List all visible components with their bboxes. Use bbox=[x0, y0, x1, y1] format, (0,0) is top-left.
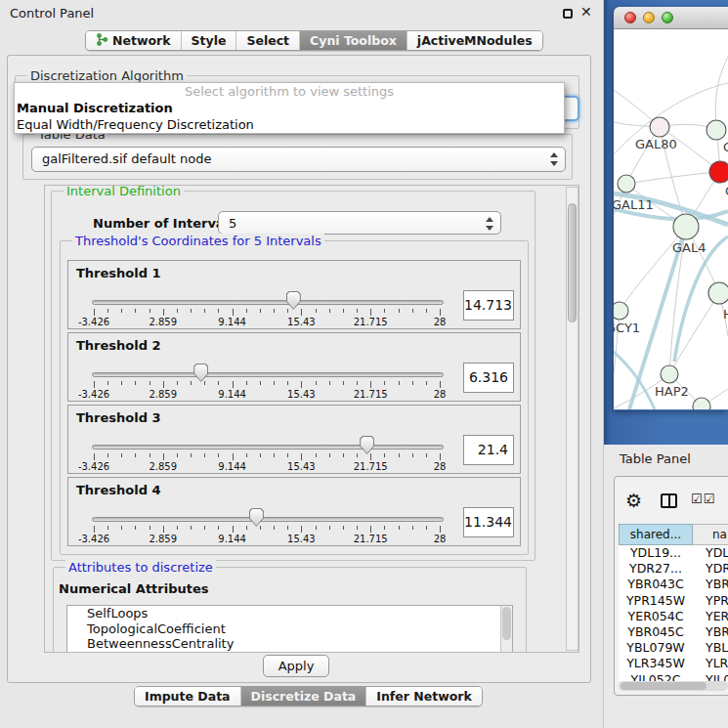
threshold-2-slider-thumb[interactable] bbox=[193, 364, 208, 382]
table-row[interactable]: YIL052CYIL0 bbox=[619, 672, 728, 682]
network-window-titlebar[interactable] bbox=[614, 7, 728, 29]
updown-arrows-icon bbox=[485, 216, 493, 232]
network-node-gal80[interactable] bbox=[650, 117, 669, 137]
tick-label: 9.144 bbox=[211, 389, 254, 400]
tick-mark bbox=[150, 526, 150, 530]
tick-mark bbox=[329, 453, 330, 457]
group-title: Attributes to discretize bbox=[65, 560, 216, 575]
attribute-item-betweennesscentrality[interactable]: BetweennessCentrality bbox=[67, 636, 512, 652]
tick-mark bbox=[399, 381, 400, 385]
zoom-window-icon[interactable] bbox=[662, 12, 673, 23]
network-node-gal4[interactable] bbox=[673, 214, 699, 239]
network-node-g[interactable] bbox=[707, 120, 726, 140]
checkbox-icons[interactable]: ☑☑ bbox=[691, 492, 715, 506]
threshold-1-value-input[interactable]: 14.713 bbox=[463, 290, 514, 321]
column-header-shared-name[interactable]: shared... bbox=[619, 524, 693, 545]
threshold-1-slider-track[interactable] bbox=[92, 300, 444, 305]
tick-mark bbox=[370, 453, 371, 460]
threshold-2-slider-track[interactable] bbox=[92, 372, 444, 377]
threshold-3-slider-track[interactable] bbox=[92, 445, 444, 450]
close-icon[interactable]: ✕ bbox=[580, 4, 592, 20]
tab-jactivemnodules[interactable]: jActiveMNodules bbox=[407, 31, 542, 50]
popup-item-manual-discretization[interactable]: Manual Discretization bbox=[15, 100, 564, 116]
threshold-3-slider-thumb[interactable] bbox=[360, 436, 374, 454]
column-header-name[interactable]: na bbox=[693, 524, 728, 545]
network-node-hap2[interactable] bbox=[661, 365, 678, 383]
popup-item-equal-width-frequency[interactable]: Equal Width/Frequency Discretization bbox=[15, 116, 564, 133]
panel-title: Control Panel bbox=[10, 6, 94, 21]
tick-mark bbox=[218, 453, 219, 457]
list-scrollbar[interactable] bbox=[500, 606, 512, 653]
table-row[interactable]: YLR345WYLR3 bbox=[619, 656, 728, 671]
table-row[interactable]: YBR045CYBR0 bbox=[619, 624, 728, 640]
scrollbar-thumb[interactable] bbox=[568, 203, 577, 322]
tick-mark bbox=[94, 453, 95, 460]
tick-mark bbox=[218, 526, 219, 530]
threshold-4-slider-track[interactable] bbox=[92, 517, 444, 522]
table-hscrollbar[interactable] bbox=[619, 681, 728, 691]
tab-cyni-toolbox[interactable]: Cyni Toolbox bbox=[299, 31, 407, 50]
cell-shared-name: YBL079W bbox=[619, 640, 693, 656]
network-node-gcy1[interactable] bbox=[614, 302, 628, 320]
network-canvas[interactable]: GAL80GCGAL11GAL4GCY1HHAP2 bbox=[614, 29, 728, 409]
updown-arrows-icon bbox=[549, 151, 558, 167]
tab-discretize-data[interactable]: Discretize Data bbox=[240, 687, 366, 706]
tab-style[interactable]: Style bbox=[181, 31, 236, 50]
tick-mark bbox=[287, 309, 288, 313]
close-window-icon[interactable] bbox=[624, 12, 636, 23]
tick-label: -3.426 bbox=[72, 389, 115, 400]
threshold-1-slider-thumb[interactable] bbox=[286, 291, 301, 310]
table-row[interactable]: YDR27...YDR2 bbox=[619, 561, 728, 577]
tick-mark bbox=[260, 526, 261, 530]
threshold-4-slider-thumb[interactable] bbox=[249, 508, 264, 527]
tick-mark bbox=[233, 309, 234, 316]
tab-impute-data[interactable]: Impute Data bbox=[135, 687, 240, 706]
threshold-1-label: Threshold 1 bbox=[76, 266, 161, 280]
threshold-list: Threshold 1-3.4262.8599.14415.4321.71528… bbox=[67, 260, 521, 549]
tick-mark bbox=[412, 526, 413, 530]
tick-mark bbox=[343, 453, 344, 457]
tick-mark bbox=[246, 309, 247, 313]
network-node-gal11[interactable] bbox=[618, 175, 635, 193]
table-row[interactable]: YBL079WYBL0 bbox=[619, 640, 728, 656]
tick-label: -3.426 bbox=[72, 534, 115, 544]
number-of-intervals-spinner[interactable]: 5 bbox=[218, 211, 501, 235]
table-row[interactable]: YER054CYER0 bbox=[619, 609, 728, 624]
tab-label: Network bbox=[112, 33, 171, 48]
tick-mark bbox=[301, 309, 302, 316]
threshold-4-value-input[interactable]: 11.344 bbox=[463, 507, 514, 537]
tick-mark bbox=[94, 526, 95, 533]
tick-mark bbox=[135, 453, 136, 457]
tab-label: jActiveMNodules bbox=[417, 33, 533, 48]
tab-infer-network[interactable]: Infer Network bbox=[365, 687, 482, 706]
float-panel-icon[interactable] bbox=[563, 9, 573, 19]
network-node-c[interactable] bbox=[709, 161, 728, 183]
column-split-icon[interactable] bbox=[661, 493, 677, 508]
tick-mark bbox=[370, 526, 371, 533]
table-row[interactable]: YDL19...YDL1 bbox=[619, 545, 728, 561]
network-node-h[interactable] bbox=[708, 282, 728, 304]
apply-button[interactable]: Apply bbox=[263, 655, 329, 677]
threshold-3-value-input[interactable]: 21.4 bbox=[463, 435, 514, 465]
table-data-combobox[interactable]: galFiltered.sif default node bbox=[31, 147, 566, 172]
tick-mark bbox=[329, 526, 330, 530]
minimize-window-icon[interactable] bbox=[643, 12, 655, 23]
gear-icon[interactable]: ⚙ bbox=[625, 490, 642, 511]
attribute-item-selfloops[interactable]: SelfLoops bbox=[67, 606, 512, 621]
table-row[interactable]: YBR043CYBR0 bbox=[619, 577, 728, 592]
tab-select[interactable]: Select bbox=[236, 31, 299, 50]
tick-mark bbox=[384, 381, 385, 385]
network-edge[interactable] bbox=[669, 293, 719, 374]
settings-scrollbar[interactable] bbox=[566, 187, 578, 651]
attribute-item-topologicalcoefficient[interactable]: TopologicalCoefficient bbox=[67, 621, 512, 637]
hscrollbar-thumb[interactable] bbox=[621, 682, 707, 690]
threshold-2-panel: Threshold 2-3.4262.8599.14415.4321.71528… bbox=[67, 332, 521, 402]
tick-mark bbox=[412, 453, 413, 457]
network-edge-highlighted[interactable] bbox=[614, 352, 655, 409]
tab-network[interactable]: Network bbox=[86, 31, 181, 50]
tick-mark bbox=[94, 309, 95, 316]
table-row[interactable]: YPR145WYPR1 bbox=[619, 593, 728, 609]
threshold-2-value-input[interactable]: 6.316 bbox=[463, 363, 514, 393]
network-edge[interactable] bbox=[715, 57, 728, 130]
tick-mark bbox=[121, 309, 122, 313]
